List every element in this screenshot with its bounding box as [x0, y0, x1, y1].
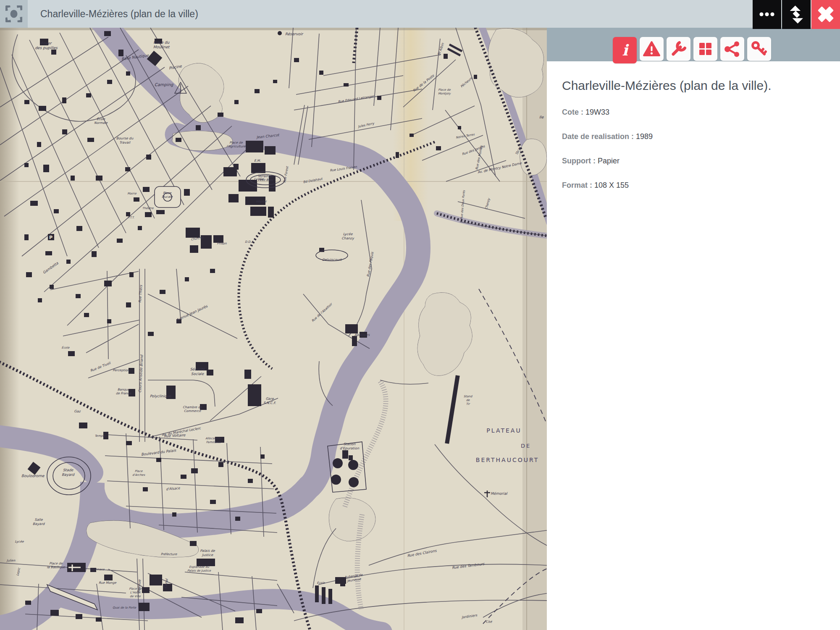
metadata-value: 108 X 155	[592, 181, 629, 189]
map-place-label: Lycée	[15, 540, 24, 543]
metadata-list: Cote : 19W33Date de realisation : 1989Su…	[562, 108, 823, 190]
details-panel: i	[547, 28, 840, 630]
share-icon	[720, 37, 744, 61]
metadata-label: Date de realisation :	[562, 132, 634, 141]
map-place-label: Terrain duPetit Bois	[257, 174, 274, 182]
map-place-label: Ile	[539, 115, 544, 119]
fullscreen-button[interactable]	[782, 0, 811, 29]
viewer-logo	[0, 0, 28, 28]
map-place-label: Réservoir	[285, 32, 304, 36]
metadata-label: Cote :	[562, 108, 583, 116]
map-place-label: Julien	[6, 559, 16, 562]
top-bar: Charleville-Mézières (plan de la ville)	[0, 0, 840, 28]
map-place-label: Abattoirs	[354, 333, 370, 337]
metadata-label: Format :	[562, 181, 592, 189]
map-place-label: Gymnase	[90, 568, 105, 571]
map-place-label: Place deMontjoly	[438, 88, 451, 95]
map-place-label: Camping	[155, 82, 173, 87]
map-place-label: AllocationsFamiliales	[205, 437, 222, 444]
map-place-label: Mémorial	[491, 491, 508, 496]
map-place-label: SécuritéSociale	[190, 367, 205, 376]
more-options-button[interactable]	[753, 0, 781, 29]
svg-text:i: i	[622, 41, 629, 59]
map-place-label: Place duMoulinet	[153, 40, 170, 49]
tab-thumbnails[interactable]	[693, 37, 717, 61]
map-place-label: BERTHAUCOURT	[476, 457, 539, 463]
metadata-row: Date de realisation : 1989	[562, 132, 823, 141]
map-place-label: Hôpital	[256, 200, 267, 203]
record-details: Charleville-Mézières (plan de la ville).…	[547, 61, 840, 190]
map-place-label: Prison	[217, 242, 227, 245]
metadata-value: Papier	[596, 157, 620, 165]
map-place-label: E.M.	[254, 159, 261, 163]
map-place-label: Chambre deCommerce	[183, 405, 202, 413]
map-place-label: Delvincourt	[322, 258, 342, 262]
metadata-value: 1989	[634, 132, 653, 141]
tab-share[interactable]	[720, 37, 744, 61]
viewer-window: Charleville-Mézières (plan de la ville)	[0, 0, 840, 630]
svg-text:P: P	[49, 235, 52, 240]
map-place-label: Mairie	[127, 192, 136, 195]
window-title: Charleville-Mézières (plan de la ville)	[40, 0, 198, 28]
map-place-label: École	[62, 346, 70, 349]
map-place-label: Boulodrome	[21, 474, 45, 478]
map-place-label: StadeBayard	[62, 468, 75, 477]
map-place-label: PLATEAU	[486, 427, 521, 434]
map-place-label: Place deL'Hotelde Ville	[129, 587, 142, 598]
map-place-label: DE	[521, 443, 531, 449]
tab-tools[interactable]	[667, 37, 690, 61]
record-title: Charleville-Mézières (plan de la ville).	[562, 76, 823, 95]
map-place-label: Préfecture	[161, 552, 178, 556]
map-place-label: Cité	[486, 620, 493, 624]
key-icon	[747, 37, 771, 61]
ellipsis-icon	[753, 24, 781, 30]
wrench-icon	[667, 37, 690, 61]
metadata-value: 19W33	[583, 108, 609, 116]
map-place-label: Polyclinique	[150, 394, 171, 398]
tab-permalink[interactable]	[747, 37, 771, 61]
map-place-label: D.D.A.	[245, 240, 254, 244]
tab-report-problem[interactable]	[640, 37, 664, 61]
map-place-label: Théâtre	[142, 207, 154, 210]
panel-tab-strip: i	[547, 28, 840, 61]
close-icon	[811, 24, 840, 30]
map-place-label: Banquede France	[116, 388, 132, 395]
warning-triangle-icon	[640, 37, 664, 61]
map-viewport[interactable]: #b1,#b2,#b3,#b4,#b5,#b6,#b7{fill:#dcd6c5…	[0, 28, 547, 630]
map-place-label: École	[317, 581, 325, 585]
map-place-label: Temple	[95, 434, 106, 438]
close-button[interactable]	[811, 0, 840, 29]
map-place-label: Quai de la Porte	[113, 606, 136, 609]
map-place-label: Esplanade duPalais de Justice	[187, 565, 211, 572]
map-place-label: Gaz	[74, 410, 81, 413]
metadata-row: Format : 108 X 155	[562, 181, 823, 190]
grid-icon	[693, 37, 717, 61]
metadata-row: Cote : 19W33	[562, 108, 823, 117]
tab-info[interactable]: i	[613, 37, 637, 63]
info-icon: i	[613, 38, 637, 62]
map-place-label: Rue Monge	[99, 581, 117, 585]
map-place-label: P.T.T.	[128, 216, 134, 219]
metadata-row: Support : Papier	[562, 156, 823, 165]
metadata-label: Support :	[562, 157, 596, 165]
diagonal-resize-icon	[782, 24, 811, 30]
map-place-label: Perception	[113, 368, 129, 372]
